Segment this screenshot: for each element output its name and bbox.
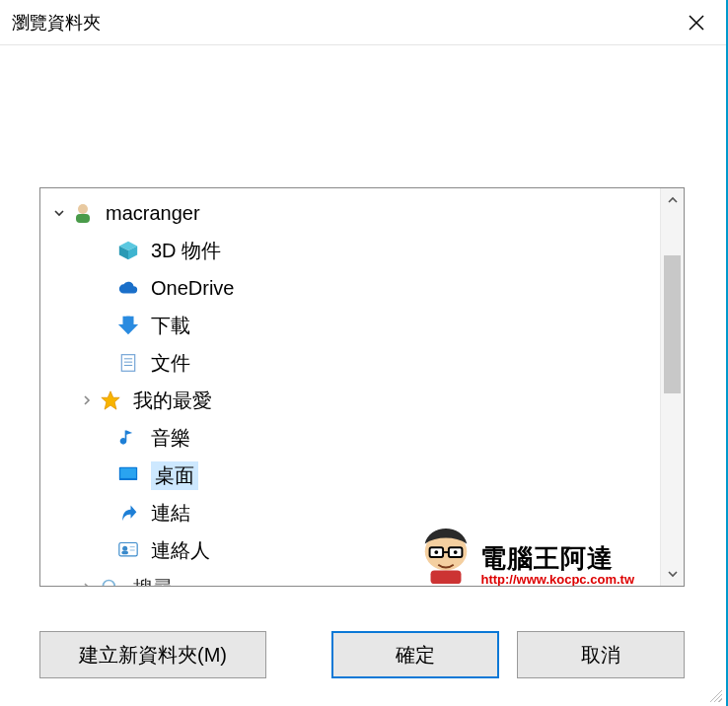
desktop-icon <box>115 462 141 488</box>
tree-panel: macranger 3D 物件 OneDrive <box>39 187 685 587</box>
scroll-down-icon[interactable] <box>661 562 684 586</box>
svg-rect-13 <box>120 468 136 478</box>
ok-button[interactable]: 確定 <box>331 631 499 678</box>
tree-label: 我的最愛 <box>133 388 212 414</box>
svg-marker-11 <box>102 391 119 409</box>
close-icon[interactable] <box>681 7 712 38</box>
tree-row-favorites[interactable]: 我的最愛 <box>50 382 660 419</box>
tree-row-onedrive[interactable]: OneDrive <box>50 269 660 307</box>
tree-label: 連結 <box>151 500 190 527</box>
tree-label: 文件 <box>151 350 190 377</box>
tree-row-music[interactable]: 音樂 <box>50 419 660 457</box>
svg-rect-14 <box>119 543 137 556</box>
cloud-icon <box>115 275 141 301</box>
svg-point-19 <box>104 581 115 587</box>
new-folder-button[interactable]: 建立新資料夾(M) <box>39 631 266 678</box>
cube-icon <box>115 238 141 263</box>
svg-point-2 <box>78 204 88 214</box>
tree-row-searches[interactable]: 搜尋 <box>50 569 660 586</box>
folder-tree[interactable]: macranger 3D 物件 OneDrive <box>39 187 685 587</box>
titlebar: 瀏覽資料夾 <box>0 0 726 45</box>
user-icon <box>70 200 96 226</box>
contact-card-icon <box>115 537 141 563</box>
cancel-button[interactable]: 取消 <box>517 631 685 678</box>
tree-label: 連絡人 <box>151 537 210 564</box>
document-icon <box>115 350 141 376</box>
resize-grip-icon[interactable] <box>708 688 722 702</box>
search-icon <box>98 575 123 586</box>
scroll-up-icon[interactable] <box>661 188 684 212</box>
svg-rect-7 <box>121 355 134 372</box>
tree-row-root[interactable]: macranger <box>50 194 660 232</box>
tree-row-downloads[interactable]: 下載 <box>50 307 660 344</box>
chevron-right-icon[interactable] <box>78 391 96 409</box>
tree-row-links[interactable]: 連結 <box>50 494 660 531</box>
download-arrow-icon <box>115 313 141 338</box>
music-note-icon <box>115 425 141 451</box>
scrollbar[interactable] <box>660 188 684 586</box>
tree-row-documents[interactable]: 文件 <box>50 344 660 382</box>
tree-row-contacts[interactable]: 連絡人 <box>50 531 660 569</box>
button-row: 建立新資料夾(M) 確定 取消 <box>39 631 685 678</box>
svg-rect-3 <box>76 214 90 223</box>
star-icon <box>98 388 123 413</box>
dialog-title: 瀏覽資料夾 <box>12 11 101 35</box>
shortcut-arrow-icon <box>115 500 141 526</box>
tree-label: OneDrive <box>151 277 234 300</box>
tree-label: 3D 物件 <box>151 238 221 264</box>
tree-label: macranger <box>106 202 200 225</box>
svg-rect-16 <box>121 551 128 554</box>
chevron-down-icon[interactable] <box>50 204 68 222</box>
scroll-thumb[interactable] <box>664 255 681 393</box>
tree-label: 音樂 <box>151 425 190 452</box>
tree-row-3d-objects[interactable]: 3D 物件 <box>50 232 660 269</box>
tree-label: 下載 <box>151 313 190 339</box>
chevron-right-icon[interactable] <box>78 579 96 586</box>
svg-point-15 <box>122 546 127 551</box>
tree-label: 桌面 <box>151 461 198 490</box>
tree-label: 搜尋 <box>133 575 173 587</box>
tree-row-desktop[interactable]: 桌面 <box>50 457 660 494</box>
